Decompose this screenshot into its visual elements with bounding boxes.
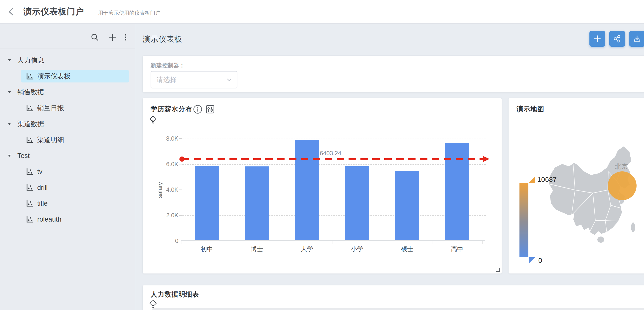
add-panel-button[interactable]	[590, 31, 605, 47]
portal-header: 演示仪表板门户 用于演示使用的仪表板门户	[0, 0, 644, 24]
caret-down-icon	[8, 123, 11, 125]
x-category-label: 博士	[237, 245, 277, 253]
tree-group[interactable]: 渠道数据	[0, 116, 135, 132]
kebab-menu-icon[interactable]	[121, 33, 130, 42]
bar-硕士[interactable]	[395, 171, 419, 240]
dashboard-tree: 人力信息演示仪表板销售数据销量日报渠道数据渠道明细Testtvdrilltitl…	[0, 48, 135, 227]
tree-group-label: Test	[17, 152, 30, 160]
chart-icon	[25, 215, 34, 224]
tree-item[interactable]: tv	[0, 164, 135, 180]
caret-down-icon	[8, 155, 11, 157]
x-tick-mark	[382, 241, 382, 244]
filter-sliders-icon[interactable]	[205, 104, 215, 114]
sidebar: 人力信息演示仪表板销售数据销量日报渠道数据渠道明细Testtvdrilltitl…	[0, 24, 135, 310]
download-button[interactable]	[629, 31, 644, 47]
reference-line-start-dot	[179, 157, 184, 162]
add-icon[interactable]	[108, 33, 117, 42]
controller-select[interactable]: 请选择	[150, 71, 238, 88]
gridline	[182, 139, 486, 139]
chart-title: 学历薪水分布	[150, 105, 192, 113]
bar-初中[interactable]	[195, 166, 219, 240]
map-bubble-beijing[interactable]	[608, 171, 636, 200]
y-tick-mark	[179, 190, 182, 190]
y-tick-label: 0	[156, 237, 178, 244]
tree-item-label: 销量日报	[37, 104, 64, 112]
y-tick-label: 4.0K	[156, 186, 178, 193]
legend-min-value: 0	[538, 257, 542, 264]
tree-item-label: title	[37, 200, 48, 207]
search-icon[interactable]	[90, 33, 99, 42]
chart-icon	[25, 168, 34, 176]
tree-item[interactable]: 渠道明细	[0, 132, 135, 148]
dashboard-title: 演示仪表板	[143, 34, 182, 45]
map-legend-gradient	[520, 183, 528, 257]
chart-icon	[25, 183, 34, 192]
reference-line-arrow	[483, 156, 490, 162]
tree-group[interactable]: Test	[0, 148, 135, 164]
caret-down-icon	[8, 59, 11, 61]
table-title: 人力数据明细表	[150, 290, 199, 299]
tree-item-label: tv	[37, 168, 42, 176]
x-category-label: 高中	[437, 245, 477, 253]
resize-handle[interactable]	[496, 268, 500, 272]
gridline	[182, 190, 486, 190]
gridline	[182, 215, 486, 216]
chart-icon	[25, 199, 34, 208]
portal-title: 演示仪表板门户	[23, 6, 84, 17]
tree-item[interactable]: title	[0, 196, 135, 211]
info-icon[interactable]	[193, 104, 203, 114]
gridline	[182, 164, 486, 165]
bar-小学[interactable]	[345, 166, 369, 240]
tree-item-label: 演示仪表板	[37, 72, 71, 81]
legend-min-pointer	[529, 257, 535, 264]
select-placeholder: 请选择	[156, 75, 226, 84]
bar-博士[interactable]	[245, 167, 269, 240]
back-icon[interactable]	[6, 7, 16, 16]
tree-item-label: 渠道明细	[37, 135, 64, 144]
tree-item-label: drill	[37, 184, 48, 192]
tree-item-label: roleauth	[37, 216, 62, 223]
x-tick-mark	[332, 241, 332, 244]
x-category-label: 硕士	[387, 245, 427, 253]
tree-group-label: 销售数据	[17, 88, 44, 97]
tree-item[interactable]: drill	[0, 180, 135, 196]
tree-item[interactable]: 演示仪表板	[0, 68, 135, 84]
reference-line-value: 6403.24	[320, 150, 341, 157]
bar-chart-plot: 02.0K4.0K6.0K8.0K初中博士大学小学硕士高中6403.24	[182, 139, 482, 241]
table-header-row	[152, 308, 644, 310]
x-tick-mark	[182, 241, 182, 244]
drill-icon[interactable]	[149, 115, 157, 124]
y-tick-mark	[179, 215, 182, 216]
tree-group[interactable]: 销售数据	[0, 84, 135, 100]
chart-icon	[25, 72, 34, 80]
tree-group[interactable]: 人力信息	[0, 52, 135, 68]
legend-max-pointer	[528, 177, 535, 183]
bar-大学[interactable]	[295, 140, 319, 240]
table-card: 人力数据明细表	[143, 285, 644, 310]
map-card: 演示地图 北京	[508, 98, 644, 273]
map-region-label: 北京	[612, 162, 631, 171]
tree-item[interactable]: 销量日报	[0, 100, 135, 116]
reference-line: 6403.24	[182, 158, 484, 160]
y-tick-mark	[179, 164, 182, 165]
tree-item[interactable]: roleauth	[0, 211, 135, 227]
tree-group-label: 人力信息	[17, 56, 44, 65]
bar-chart-card: 学历薪水分布 salary 02.0K4.0K6.0K8.0K初中博士大学小学硕…	[143, 98, 502, 273]
y-tick-label: 6.0K	[156, 161, 178, 168]
x-tick-mark	[232, 241, 232, 244]
portal-subtitle: 用于演示使用的仪表板门户	[98, 10, 160, 16]
chevron-down-icon	[226, 77, 232, 83]
x-axis-line	[181, 240, 485, 241]
dashboard-actions	[590, 31, 644, 47]
x-category-label: 初中	[187, 245, 227, 253]
bar-高中[interactable]	[445, 143, 469, 240]
x-tick-mark	[482, 241, 482, 244]
drill-icon[interactable]	[149, 300, 157, 308]
share-button[interactable]	[609, 31, 625, 47]
legend-max-value: 10687	[537, 176, 557, 184]
map-title: 演示地图	[516, 105, 544, 113]
controller-card: 新建控制器： 请选择	[143, 56, 644, 92]
chart-icon	[25, 104, 34, 112]
caret-down-icon	[8, 91, 11, 93]
x-tick-mark	[432, 241, 432, 244]
